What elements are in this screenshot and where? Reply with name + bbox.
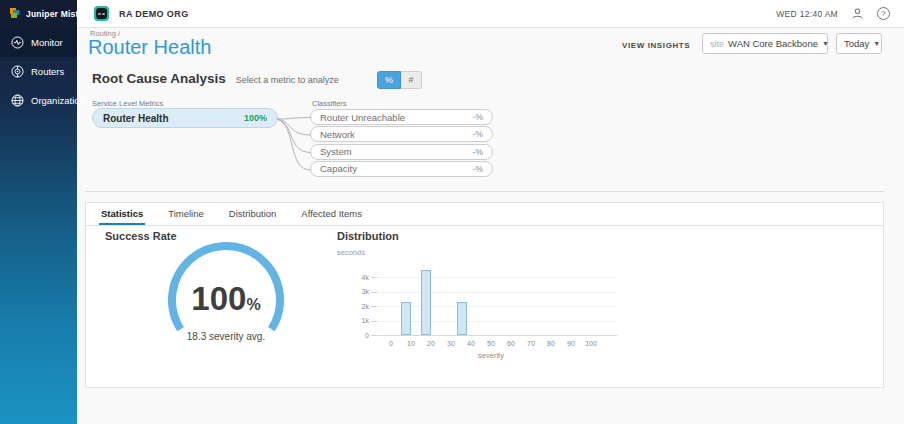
gauge-unit: % (246, 296, 260, 313)
x-tick-label: 50 (483, 340, 499, 347)
chevron-down-icon: ▼ (822, 40, 829, 47)
classifier-value: -% (473, 129, 483, 139)
tab-affected-items[interactable]: Affected Items (299, 203, 364, 225)
tab-distribution[interactable]: Distribution (227, 203, 279, 225)
tab-timeline[interactable]: Timeline (166, 203, 206, 225)
brand-name: Juniper Mist™ (26, 9, 87, 19)
chart-y-unit-label: seconds (337, 248, 365, 257)
distribution-chart: severity 01k2k3k4k0102030405060708090100 (337, 258, 637, 362)
classifier-value: -% (473, 147, 483, 157)
gridline (377, 321, 617, 322)
y-tick (371, 292, 377, 293)
site-select-value: WAN Core Backbone (728, 38, 818, 49)
section-divider (85, 191, 884, 192)
y-tick-label: 4k (337, 274, 369, 281)
y-tick-label: 2k (337, 303, 369, 310)
org-name: RA DEMO ORG (119, 9, 189, 19)
time-range-value: Today (844, 38, 869, 49)
count-toggle-button[interactable]: # (401, 71, 422, 89)
distribution-bar (457, 302, 467, 335)
juniper-mist-logo-icon (9, 5, 21, 23)
x-axis-line (377, 335, 617, 336)
x-tick-label: 20 (423, 340, 439, 347)
success-rate-title: Success Rate (105, 230, 177, 242)
classifier-name: Capacity (320, 163, 357, 174)
classifier-pill-network[interactable]: Network-% (310, 126, 493, 142)
view-insights-label: VIEW INSIGHTS (622, 41, 690, 50)
y-tick-label: 3k (337, 288, 369, 295)
rca-title: Root Cause Analysis (92, 71, 226, 86)
x-tick-label: 90 (563, 340, 579, 347)
distribution-title: Distribution (337, 230, 399, 242)
service-level-metrics-label: Service Level Metrics (92, 99, 163, 108)
time-range-select[interactable]: Today ▼ (836, 33, 882, 54)
classifier-pill-system[interactable]: System-% (310, 144, 493, 160)
sidebar: Juniper Mist™ MonitorRoutersOrganization (0, 0, 77, 424)
tab-statistics[interactable]: Statistics (99, 203, 145, 225)
sidebar-item-label: Routers (31, 66, 64, 77)
site-select[interactable]: site WAN Core Backbone ▼ (702, 33, 828, 54)
y-tick-label: 1k (337, 317, 369, 324)
x-tick-label: 70 (523, 340, 539, 347)
brand-logo[interactable]: Juniper Mist™ (0, 0, 77, 28)
y-tick (371, 277, 377, 278)
gridline (377, 277, 617, 278)
x-tick-label: 10 (403, 340, 419, 347)
app-root: Juniper Mist™ MonitorRoutersOrganization… (0, 0, 904, 424)
classifier-value: -% (473, 164, 483, 174)
sidebar-item-routers[interactable]: Routers (0, 57, 77, 86)
sidebar-item-label: Organization (31, 95, 85, 106)
router-icon (11, 65, 24, 78)
x-tick-label: 0 (383, 340, 399, 347)
distribution-bar (421, 270, 431, 335)
help-icon[interactable]: ? (877, 7, 890, 20)
x-tick-label: 30 (443, 340, 459, 347)
classifier-value: -% (473, 112, 483, 122)
site-select-prefix: site (710, 39, 724, 49)
y-tick (371, 306, 377, 307)
percent-toggle-button[interactable]: % (377, 71, 401, 89)
classifier-pill-capacity[interactable]: Capacity-% (310, 161, 493, 177)
gauge-number: 100 (191, 280, 246, 317)
metric-pill-router-health[interactable]: Router Health 100% (92, 108, 278, 128)
rca-subtitle: Select a metric to analyze (236, 75, 339, 85)
sidebar-nav: MonitorRoutersOrganization (0, 28, 77, 115)
globe-icon (11, 94, 24, 107)
classifiers-label: Classifiers (312, 99, 347, 108)
gauge-caption: 18.3 severity avg. (160, 331, 292, 342)
chart-x-axis-label: severity (461, 351, 521, 360)
y-tick (371, 335, 377, 336)
rca-header: Root Cause Analysis Select a metric to a… (92, 71, 339, 86)
metric-value: 100% (244, 113, 267, 123)
x-tick-label: 80 (543, 340, 559, 347)
chevron-down-icon: ▼ (873, 40, 880, 47)
sidebar-item-label: Monitor (31, 37, 63, 48)
gauge-value: 100% (160, 281, 292, 323)
tab-bar: StatisticsTimelineDistributionAffected I… (86, 203, 883, 226)
y-tick-label: 0 (337, 332, 369, 339)
classifier-name: Router Unreachable (320, 112, 405, 123)
gridline (377, 306, 617, 307)
distribution-bar (401, 302, 411, 335)
y-tick (371, 321, 377, 322)
sidebar-item-monitor[interactable]: Monitor (0, 28, 77, 57)
gridline (377, 292, 617, 293)
org-badge-icon[interactable] (94, 6, 109, 21)
datetime-label: WED 12:40 AM (776, 9, 838, 19)
x-tick-label: 100 (583, 340, 599, 347)
sidebar-item-organization[interactable]: Organization (0, 86, 77, 115)
metric-name: Router Health (103, 113, 169, 124)
classifier-name: Network (320, 129, 355, 140)
classifier-connectors (277, 109, 311, 181)
activity-icon (11, 36, 24, 49)
user-icon[interactable] (851, 7, 864, 20)
classifier-name: System (320, 146, 352, 157)
x-tick-label: 60 (503, 340, 519, 347)
classifier-pill-router-unreachable[interactable]: Router Unreachable-% (310, 109, 493, 125)
topbar: RA DEMO ORG WED 12:40 AM ? (77, 0, 904, 28)
metric-unit-toggle: % # (377, 71, 422, 89)
x-tick-label: 40 (463, 340, 479, 347)
page-title: Router Health (88, 36, 211, 59)
